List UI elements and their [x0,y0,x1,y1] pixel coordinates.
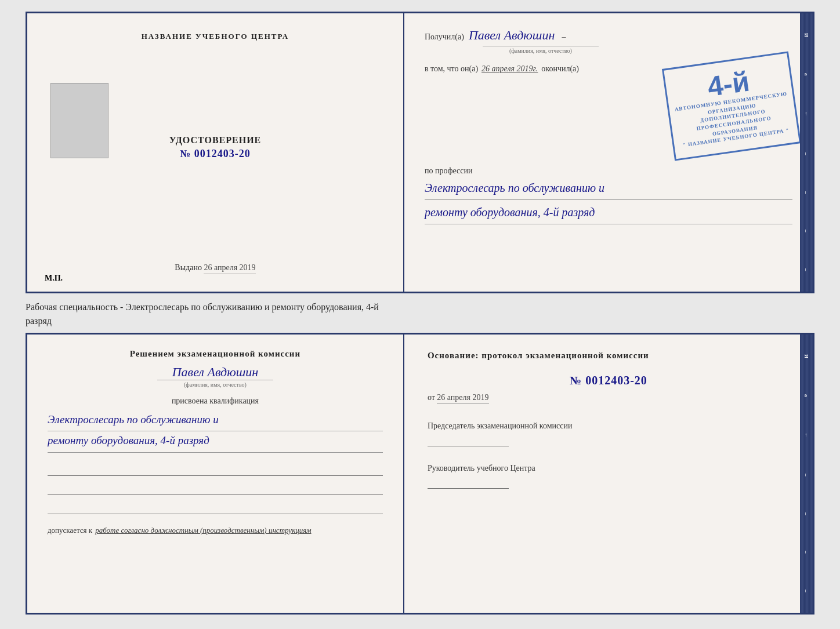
udostoverenie-title: УДОСТОВЕРЕНИЕ [169,135,262,146]
sig-line-3 [48,500,383,514]
rukovoditel-label: Руководитель учебного Центра [428,464,790,473]
between-line1: Рабочая специальность - Электрослесарь п… [26,300,814,314]
dash-after-name: – [562,32,566,42]
stamp-overlay: 4-й АВТОНОМНУЮ НЕКОММЕРЧЕСКУЮ ОРГАНИЗАЦИ… [662,51,801,161]
recipient-line: Получил(a) Павел Авдюшин – [425,28,792,43]
stamp-text-1: АВТОНОМНУЮ НЕКОММЕРЧЕСКУЮ ОРГАНИЗАЦИЮ ДО… [674,90,794,150]
dopuskaetsya-label: допускается к [48,526,92,535]
bottom-name: Павел Авдюшин [48,365,383,380]
bottom-left-panel: Решением экзаменационной комиссии Павел … [27,335,404,613]
udostoverenie-block: УДОСТОВЕРЕНИЕ № 0012403-20 [169,135,262,160]
vydano-line: Выдано 26 апреля 2019 [175,252,255,274]
bottom-profession-2: ремонту оборудования, 4-й разряд [48,431,383,452]
prisvoena-text: присвоена квалификация [48,397,383,406]
vydano-label: Выдано [175,263,202,272]
photo-placeholder [50,83,108,158]
predsedatel-block: Председатель экзаменационной комиссии [428,421,790,446]
top-right-panel: Получил(a) Павел Авдюшин – (фамилия, имя… [404,13,813,292]
predsedatel-sig [428,434,509,446]
resheniem-title: Решением экзаменационной комиссии [48,349,383,359]
sig-line-2 [48,481,383,495]
right-spine: И а ← – – – – [800,13,813,292]
vtom-label: в том, что он(a) [425,64,478,74]
fio-label-bottom: (фамилия, имя, отчество) [157,380,273,388]
ot-date: 26 апреля 2019 [437,393,488,404]
mp-label: М.П. [45,274,63,283]
top-title: НАЗВАНИЕ УЧЕБНОГО ЦЕНТРА [142,31,289,42]
ot-label: от [428,393,435,402]
ot-line: от 26 апреля 2019 [428,393,790,404]
okonchil-label: окончил(а) [541,64,579,74]
between-line2: разряд [26,314,814,328]
bottom-document: Решением экзаменационной комиссии Павел … [26,333,814,615]
top-left-panel: НАЗВАНИЕ УЧЕБНОГО ЦЕНТРА УДОСТОВЕРЕНИЕ №… [27,13,404,292]
fio-label-top: (фамилия, имя, отчество) [483,46,599,54]
right-spine-bottom: И а ← – – – – [800,335,813,613]
dopuskaetsya-block: допускается к работе согласно должностны… [48,526,383,535]
predsedatel-label: Председатель экзаменационной комиссии [428,421,790,431]
udostoverenie-number: № 0012403-20 [169,148,262,160]
vydano-date: 26 апреля 2019 [204,263,255,274]
top-document: НАЗВАНИЕ УЧЕБНОГО ЦЕНТРА УДОСТОВЕРЕНИЕ №… [26,12,814,293]
bottom-right-panel: Основание: протокол экзаменационной коми… [404,335,813,613]
bottom-profession-1: Электрослесарь по обслуживанию и [48,410,383,431]
recipient-name: Павел Авдюшин [469,28,555,43]
protocol-number: № 0012403-20 [428,374,790,387]
between-text: Рабочая специальность - Электрослесарь п… [26,300,814,328]
signature-lines [48,461,383,514]
poluchil-label: Получил(a) [425,32,464,42]
profession-line2-top: ремонту оборудования, 4-й разряд [425,203,792,224]
profession-line1-top: Электрослесарь по обслуживанию и [425,179,792,200]
rukovoditel-block: Руководитель учебного Центра [428,464,790,489]
dopuskaetsya-value: работе согласно должностным (производств… [95,526,311,535]
po-professii-label: по профессии [425,166,792,176]
rukovoditel-sig [428,476,509,489]
vtom-date: 26 апреля 2019г. [481,64,538,74]
sig-line-1 [48,461,383,476]
osnovanie-title: Основание: протокол экзаменационной коми… [428,349,790,362]
